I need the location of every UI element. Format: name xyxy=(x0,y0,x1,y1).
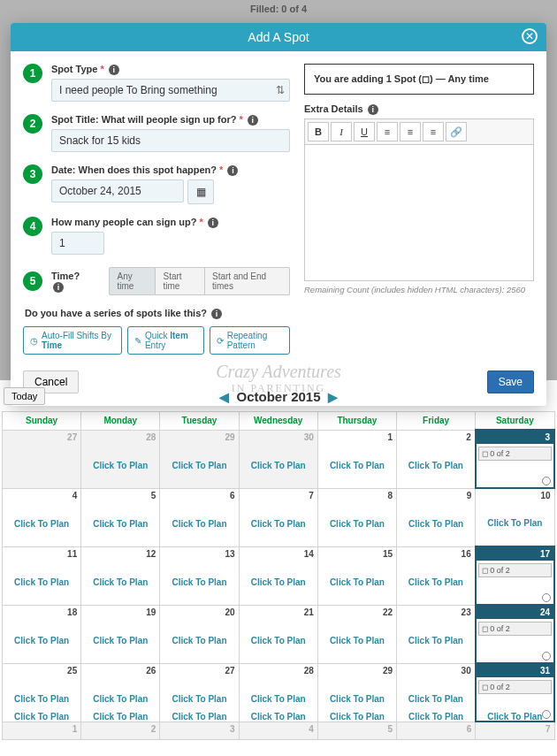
calendar-day[interactable]: 2Click To Plan xyxy=(397,430,476,488)
close-icon[interactable]: ✕ xyxy=(522,28,538,44)
click-to-plan-link[interactable]: Click To Plan xyxy=(3,519,80,529)
click-to-plan-link[interactable]: Click To Plan xyxy=(160,636,238,645)
info-icon[interactable]: i xyxy=(109,65,119,75)
click-to-plan-link[interactable]: Click To Plan xyxy=(3,577,80,587)
click-to-plan-link[interactable]: Click To Plan xyxy=(160,519,238,529)
calendar-day[interactable]: 6Click To Plan xyxy=(397,722,476,739)
today-button[interactable]: Today xyxy=(4,387,45,405)
count-input[interactable] xyxy=(51,232,104,255)
click-to-plan-link[interactable]: Click To Plan xyxy=(3,712,80,722)
time-option-start[interactable]: Start time xyxy=(156,267,205,295)
click-to-plan-link[interactable]: Click To Plan xyxy=(318,461,396,470)
align-center-button[interactable]: ≡ xyxy=(400,122,421,141)
bold-button[interactable]: B xyxy=(308,122,329,141)
click-to-plan-link[interactable]: Click To Plan xyxy=(81,577,159,587)
calendar-day[interactable]: 28Click To Plan xyxy=(81,430,160,488)
click-to-plan-link[interactable]: Click To Plan xyxy=(240,712,317,722)
time-option-anytime[interactable]: Any time xyxy=(109,267,156,295)
click-to-plan-link[interactable]: Click To Plan xyxy=(397,636,475,645)
info-icon[interactable]: i xyxy=(208,218,218,228)
spot-badge[interactable]: ◻ 0 of 2 xyxy=(478,680,552,694)
spot-badge[interactable]: ◻ 0 of 2 xyxy=(478,622,552,636)
calendar-day[interactable]: 12Click To Plan xyxy=(81,546,160,605)
next-month-button[interactable]: ▶ xyxy=(321,390,345,404)
calendar-day[interactable]: 1Click To Plan xyxy=(317,430,396,488)
calendar-day[interactable]: 17◻ 0 of 2 xyxy=(476,546,554,605)
click-to-plan-link[interactable]: Click To Plan xyxy=(397,577,475,587)
calendar-day[interactable]: 10Click To Plan xyxy=(476,488,554,546)
details-textarea[interactable] xyxy=(305,145,533,278)
italic-button[interactable]: I xyxy=(331,122,352,141)
calendar-day[interactable]: 14Click To Plan xyxy=(239,546,317,605)
info-icon[interactable]: i xyxy=(248,115,258,126)
click-to-plan-link[interactable]: Click To Plan xyxy=(81,694,159,704)
spot-badge[interactable]: ◻ 0 of 2 xyxy=(478,563,552,577)
click-to-plan-link[interactable]: Click To Plan xyxy=(81,461,159,470)
click-to-plan-link[interactable]: Click To Plan xyxy=(160,694,238,704)
calendar-day[interactable]: 4Click To Plan xyxy=(239,722,317,739)
calendar-day[interactable]: 21Click To Plan xyxy=(239,605,317,663)
click-to-plan-link[interactable]: Click To Plan xyxy=(397,694,475,704)
click-to-plan-link[interactable]: Click To Plan xyxy=(318,694,396,704)
calendar-day[interactable]: 3Click To Plan xyxy=(160,722,239,739)
calendar-day[interactable]: 23Click To Plan xyxy=(397,605,476,663)
calendar-day[interactable]: 4Click To Plan xyxy=(3,488,81,546)
calendar-day[interactable]: 19Click To Plan xyxy=(81,605,160,663)
calendar-day[interactable]: 15Click To Plan xyxy=(317,546,396,605)
calendar-day[interactable]: 7Click To Plan xyxy=(239,488,317,546)
align-left-button[interactable]: ≡ xyxy=(377,122,398,141)
calendar-day[interactable]: 29Click To Plan xyxy=(160,430,239,488)
calendar-day[interactable]: 9Click To Plan xyxy=(397,488,476,546)
click-to-plan-link[interactable]: Click To Plan xyxy=(476,518,553,528)
calendar-day[interactable]: 20Click To Plan xyxy=(160,605,239,663)
click-to-plan-link[interactable]: Click To Plan xyxy=(240,636,317,645)
calendar-day[interactable]: 2Click To Plan xyxy=(81,722,160,739)
quick-item-chip[interactable]: ✎Quick Item Entry xyxy=(127,326,204,355)
link-button[interactable]: 🔗 xyxy=(446,122,467,141)
align-right-button[interactable]: ≡ xyxy=(423,122,444,141)
click-to-plan-link[interactable]: Click To Plan xyxy=(81,519,159,529)
time-option-startend[interactable]: Start and End times xyxy=(205,267,290,295)
click-to-plan-link[interactable]: Click To Plan xyxy=(3,636,80,645)
click-to-plan-link[interactable]: Click To Plan xyxy=(160,712,238,722)
underline-button[interactable]: U xyxy=(354,122,375,141)
click-to-plan-link[interactable]: Click To Plan xyxy=(397,461,475,470)
click-to-plan-link[interactable]: Click To Plan xyxy=(81,636,159,645)
calendar-day[interactable]: 3◻ 0 of 2 xyxy=(476,430,554,488)
calendar-day[interactable]: 16Click To Plan xyxy=(397,546,476,605)
click-to-plan-link[interactable]: Click To Plan xyxy=(3,694,80,704)
click-to-plan-link[interactable]: Click To Plan xyxy=(318,577,396,587)
calendar-day[interactable]: 22Click To Plan xyxy=(317,605,396,663)
click-to-plan-link[interactable]: Click To Plan xyxy=(240,694,317,704)
calendar-day[interactable]: 24◻ 0 of 2 xyxy=(476,605,554,663)
info-icon[interactable]: i xyxy=(53,282,64,293)
click-to-plan-link[interactable]: Click To Plan xyxy=(397,712,475,722)
click-to-plan-link[interactable]: Click To Plan xyxy=(81,712,159,722)
click-to-plan-link[interactable]: Click To Plan xyxy=(240,461,317,470)
calendar-day[interactable]: 8Click To Plan xyxy=(317,488,396,546)
calendar-icon[interactable]: ▦ xyxy=(187,179,214,204)
click-to-plan-link[interactable]: Click To Plan xyxy=(240,519,317,529)
click-to-plan-link[interactable]: Click To Plan xyxy=(160,577,238,587)
repeating-chip[interactable]: ⟳Repeating Pattern xyxy=(210,326,290,355)
calendar-day[interactable]: 11Click To Plan xyxy=(3,546,81,605)
click-to-plan-link[interactable]: Click To Plan xyxy=(160,461,238,470)
info-icon[interactable]: i xyxy=(227,165,238,176)
prev-month-button[interactable]: ◀ xyxy=(212,390,236,404)
calendar-day[interactable]: 5Click To Plan xyxy=(81,488,160,546)
autofill-chip[interactable]: ◷Auto-Fill Shifts By Time xyxy=(23,326,122,355)
calendar-day[interactable]: 30Click To Plan xyxy=(239,430,317,488)
spot-title-input[interactable] xyxy=(51,129,290,152)
calendar-day[interactable]: 13Click To Plan xyxy=(160,546,239,605)
click-to-plan-link[interactable]: Click To Plan xyxy=(240,577,317,587)
info-icon[interactable]: i xyxy=(211,309,222,319)
click-to-plan-link[interactable]: Click To Plan xyxy=(318,636,396,645)
click-to-plan-link[interactable]: Click To Plan xyxy=(476,712,553,722)
date-input[interactable] xyxy=(51,179,184,202)
click-to-plan-link[interactable]: Click To Plan xyxy=(318,519,396,529)
info-icon[interactable]: i xyxy=(368,104,378,115)
click-to-plan-link[interactable]: Click To Plan xyxy=(318,712,396,722)
calendar-day[interactable]: 6Click To Plan xyxy=(160,488,239,546)
calendar-day[interactable]: 27 xyxy=(3,430,81,488)
spot-badge[interactable]: ◻ 0 of 2 xyxy=(478,447,552,461)
